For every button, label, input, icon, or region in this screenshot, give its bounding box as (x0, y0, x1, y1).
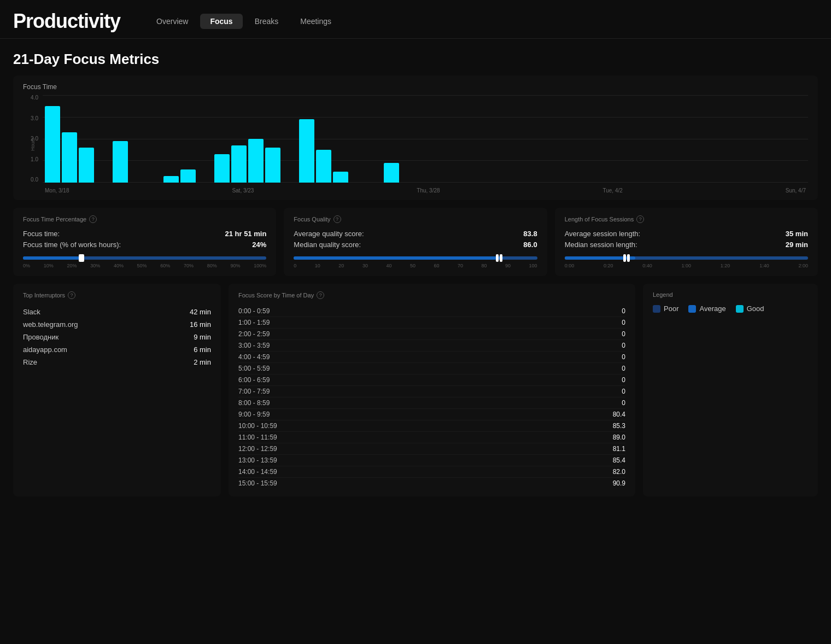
score-row: 4:00 - 4:590 (238, 352, 625, 363)
bottom-row: Top Interruptors ? Slack42 minweb.telegr… (13, 284, 818, 496)
y-label-00: 0.0 (31, 177, 38, 183)
score-row: 14:00 - 14:5982.0 (238, 466, 625, 478)
score-value: 85.4 (613, 456, 625, 464)
score-value: 85.3 (613, 422, 625, 430)
fq-label-60: 60 (434, 263, 439, 268)
fs-label-100: 1:00 (682, 263, 692, 268)
focus-sessions-label: Length of Focus Sessions (565, 216, 634, 223)
interruptors-help-icon[interactable]: ? (68, 291, 75, 299)
focus-time-range-labels: 0% 10% 20% 30% 40% 50% 60% 70% 80% 90% 1… (23, 263, 266, 268)
bar (384, 163, 399, 183)
legend-dot (688, 305, 696, 313)
top-interruptors-card: Top Interruptors ? Slack42 minweb.telegr… (13, 284, 221, 496)
interruptors-label: Top Interruptors (23, 292, 65, 298)
focus-time-thumb[interactable] (79, 254, 84, 262)
range-label-20: 20% (67, 263, 77, 268)
legend-label: Good (747, 305, 764, 313)
fq-label-20: 20 (338, 263, 344, 268)
focus-time-slider[interactable]: 0% 10% 20% 30% 40% 50% 60% 70% 80% 90% 1… (23, 256, 266, 268)
bar (333, 172, 348, 183)
fq-label-90: 90 (505, 263, 511, 268)
score-row: 12:00 - 12:5981.1 (238, 443, 625, 455)
focus-score-card: Focus Score by Time of Day ? 0:00 - 0:59… (229, 284, 635, 496)
focus-quality-row-2: Median quality score: 86.0 (294, 241, 537, 249)
legend-items: PoorAverageGood (653, 305, 808, 313)
focus-sessions-thumb-1[interactable] (623, 254, 626, 262)
fq-label-80: 80 (481, 263, 487, 268)
score-value: 89.0 (613, 434, 625, 441)
focus-quality-label: Focus Quality (294, 216, 330, 223)
bar (231, 145, 247, 183)
focus-quality-help-icon[interactable]: ? (333, 215, 341, 223)
focus-time-help-icon[interactable]: ? (89, 215, 97, 223)
fs-label-020: 0:20 (604, 263, 613, 268)
focus-time-percentage-title: Focus Time Percentage ? (23, 215, 266, 223)
x-label-3: Tue, 4/2 (603, 188, 623, 194)
focus-quality-card: Focus Quality ? Average quality score: 8… (284, 208, 547, 276)
interruptor-name: web.telegram.org (23, 320, 78, 329)
tab-breaks[interactable]: Breaks (245, 14, 289, 29)
focus-quality-fill (294, 256, 503, 260)
legend-dot (653, 305, 660, 313)
focus-score-list: 0:00 - 0:5901:00 - 1:5902:00 - 2:5903:00… (238, 306, 625, 489)
fq-label-0: 0 (294, 263, 296, 268)
score-row: 7:00 - 7:590 (238, 386, 625, 397)
score-time: 12:00 - 12:59 (238, 445, 277, 453)
tab-focus[interactable]: Focus (200, 14, 242, 29)
interruptor-time: 42 min (190, 308, 211, 316)
focus-sessions-val-2: 29 min (786, 241, 808, 249)
chart-label: Focus Time (23, 83, 808, 91)
score-value: 81.1 (613, 445, 625, 453)
score-time: 9:00 - 9:59 (238, 411, 270, 418)
score-row: 3:00 - 3:590 (238, 340, 625, 352)
focus-sessions-title: Length of Focus Sessions ? (565, 215, 808, 223)
focus-sessions-slider[interactable]: 0:00 0:20 0:40 1:00 1:20 1:40 2:00 (565, 256, 808, 268)
score-row: 13:00 - 13:5985.4 (238, 455, 625, 466)
focus-quality-track (294, 256, 537, 260)
focus-time-row-2: Focus time (% of works hours): 24% (23, 241, 266, 249)
header: Productivity Overview Focus Breaks Meeti… (0, 0, 831, 39)
focus-quality-labels: 0 10 20 30 40 50 60 70 80 90 100 (294, 263, 537, 268)
focus-sessions-help-icon[interactable]: ? (636, 215, 644, 223)
range-label-50: 50% (137, 263, 147, 268)
score-row: 6:00 - 6:590 (238, 374, 625, 386)
page-title: 21-Day Focus Metrics (0, 39, 831, 75)
score-time: 14:00 - 14:59 (238, 468, 277, 476)
score-time: 4:00 - 4:59 (238, 353, 270, 361)
x-label-2: Thu, 3/28 (417, 188, 440, 194)
interruptor-time: 9 min (194, 333, 211, 341)
focus-sessions-row-2: Median session length: 29 min (565, 241, 808, 249)
interruptor-time: 2 min (194, 358, 211, 366)
focus-score-help-icon[interactable]: ? (317, 291, 324, 299)
fs-label-120: 1:20 (721, 263, 730, 268)
interruptor-name: aidayapp.com (23, 346, 67, 354)
legend-label: Average (699, 305, 725, 313)
focus-score-label: Focus Score by Time of Day (238, 292, 314, 298)
focus-quality-slider[interactable]: 0 10 20 30 40 50 60 70 80 90 100 (294, 256, 537, 268)
y-label-10: 1.0 (31, 157, 38, 162)
bar (265, 148, 280, 183)
focus-quality-thumb-1[interactable] (496, 254, 499, 262)
focus-quality-title: Focus Quality ? (294, 215, 537, 223)
interruptor-name: Slack (23, 308, 40, 316)
focus-sessions-val-1: 35 min (786, 230, 808, 238)
fq-label-30: 30 (362, 263, 368, 268)
range-label-60: 60% (160, 263, 170, 268)
focus-time-track (23, 256, 266, 260)
score-value: 0 (622, 388, 625, 395)
focus-time-val-1: 21 hr 51 min (225, 230, 266, 238)
focus-time-percentage-card: Focus Time Percentage ? Focus time: 21 h… (13, 208, 276, 276)
bar (299, 119, 314, 183)
app-title: Productivity (13, 10, 120, 33)
score-value: 90.9 (613, 479, 625, 487)
legend-item: Poor (653, 305, 678, 313)
bar (248, 139, 264, 183)
tab-meetings[interactable]: Meetings (290, 14, 341, 29)
bar (180, 169, 196, 183)
interruptor-row: Проводник9 min (23, 331, 211, 343)
focus-quality-thumb-2[interactable] (500, 254, 502, 262)
range-label-30: 30% (90, 263, 100, 268)
legend-dot (736, 305, 744, 313)
tab-overview[interactable]: Overview (147, 14, 198, 29)
focus-sessions-thumb-2[interactable] (627, 254, 630, 262)
